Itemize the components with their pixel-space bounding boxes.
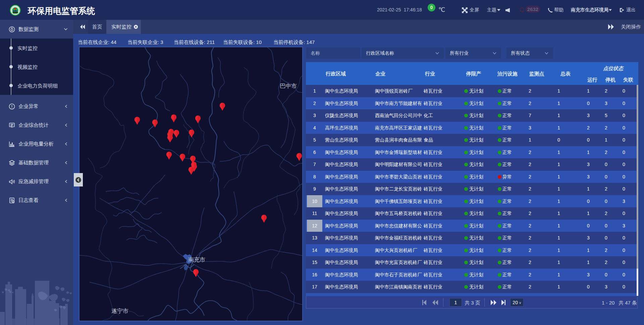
svg-text:巴中市: 巴中市	[280, 83, 297, 89]
svg-text:遂宁市: 遂宁市	[111, 308, 128, 314]
svg-text:南充市: 南充市	[188, 257, 205, 263]
